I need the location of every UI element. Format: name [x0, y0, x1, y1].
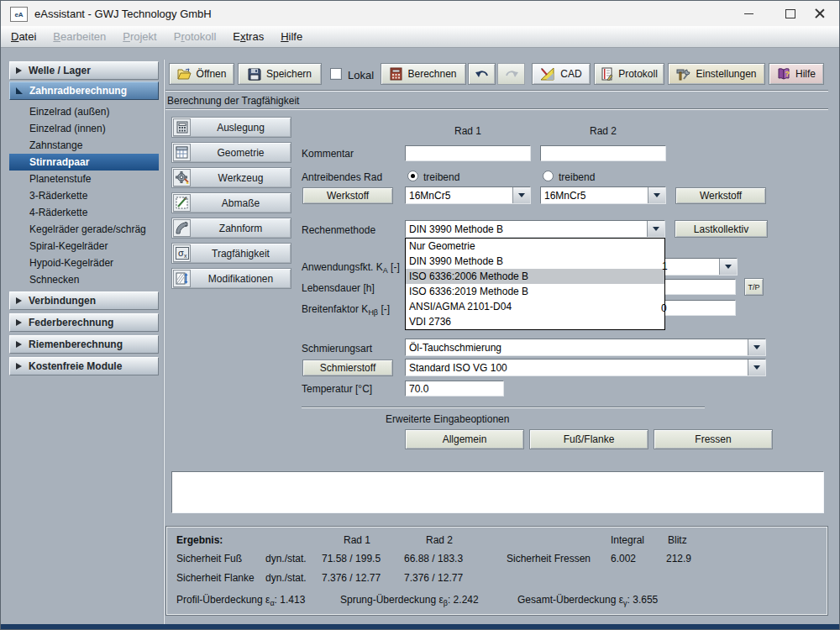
page-title: Berechnung der Tragfähigkeit — [167, 95, 299, 107]
tolerances-icon — [173, 194, 191, 212]
app-icon: eA — [10, 7, 28, 22]
calculate-button[interactable]: Berechnen — [381, 63, 466, 85]
werkstoff-rad1-button[interactable]: Werkstoff — [302, 187, 393, 204]
sidebar-section-zahnradberechnung[interactable]: Zahnradberechnung — [9, 81, 159, 100]
sidebar-item-spiral-kegelraeder[interactable]: Spiral-Kegelräder — [9, 238, 159, 255]
chevron-down-icon — [647, 221, 664, 237]
sidebar-section-riemenberechnung[interactable]: Riemenberechnung — [9, 335, 159, 354]
collapsed-arrow-icon — [16, 341, 22, 348]
allgemein-button[interactable]: Allgemein — [405, 429, 524, 449]
werkzeug-button[interactable]: Werkzeug — [171, 167, 291, 188]
schmierstoff-button[interactable]: Schmierstoff — [302, 360, 393, 376]
breitenfaktor-label: Breitenfaktor KHβ [-] — [302, 303, 390, 317]
sidebar-section-kostenfreie-module[interactable]: Kostenfreie Module — [9, 357, 159, 375]
dropdown-option-highlighted[interactable]: ISO 6336:2006 Methode B — [406, 269, 664, 284]
minimize-icon — [744, 13, 753, 14]
protocol-button[interactable]: Protokoll — [594, 63, 664, 85]
sicherheit-flanke-label: Sicherheit Flanke — [176, 572, 255, 584]
kommentar-label: Kommentar — [302, 148, 354, 160]
schmierstoff-combobox[interactable]: Standard ISO VG 100 — [405, 359, 766, 376]
sidebar-section-verbindungen[interactable]: Verbindungen — [9, 291, 159, 310]
tp-button[interactable]: T/P — [744, 278, 764, 296]
material-rad1-combobox[interactable]: 16MnCr5 — [405, 186, 531, 204]
dropdown-option[interactable]: ANSI/AGMA 2101-D04 — [406, 299, 664, 314]
sprung-ueberdeckung: Sprung-Überdeckung εβ: 2.242 — [340, 594, 479, 607]
fuss-flanke-button[interactable]: Fuß/Flanke — [529, 429, 648, 449]
chevron-down-icon — [648, 187, 665, 203]
sidebar-item-schnecken[interactable]: Schnecken — [9, 271, 159, 288]
schmierungsart-combobox[interactable]: Öl-Tauchschmierung — [405, 339, 766, 356]
anwendungsfaktor-visible-value: 1 — [662, 260, 668, 272]
sidebar-item-4-raederkette[interactable]: 4-Räderkette — [9, 204, 159, 221]
zahnform-button[interactable]: Zahnform — [171, 218, 291, 239]
tools-icon — [676, 67, 690, 81]
geometry-grid-icon — [173, 144, 191, 161]
fuss-rad1-value: 71.58 / 199.5 — [322, 553, 381, 564]
save-button[interactable]: Speichern — [238, 63, 322, 85]
dropdown-option[interactable]: Nur Geometrie — [406, 239, 664, 254]
geometrie-button[interactable]: Geometrie — [171, 142, 291, 163]
treibend-rad1-radio[interactable] — [407, 171, 418, 181]
dropdown-option[interactable]: VDI 2736 — [406, 314, 664, 329]
report-icon — [601, 67, 613, 81]
sidebar-item-einzelrad-innen[interactable]: Einzelrad (innen) — [9, 120, 159, 137]
fressen-button[interactable]: Fressen — [654, 429, 773, 449]
floppy-disk-icon — [248, 68, 261, 81]
material-rad2-combobox[interactable]: 16MnCr5 — [540, 186, 666, 204]
cad-button[interactable]: CAD — [532, 63, 591, 85]
menu-extras[interactable]: Extras — [224, 30, 272, 43]
kommentar-rad2-input[interactable] — [540, 145, 666, 161]
werkstoff-rad2-button[interactable]: Werkstoff — [675, 187, 766, 204]
rad1-column-header: Rad 1 — [405, 125, 531, 137]
sidebar-item-3-raederkette[interactable]: 3-Räderkette — [9, 187, 159, 204]
chevron-down-icon — [748, 360, 765, 375]
close-button[interactable] — [801, 1, 838, 26]
rechenmethode-combobox[interactable]: DIN 3990 Methode B — [405, 220, 665, 238]
sidebar-item-hypoid-kegelraeder[interactable]: Hypoid-Kegelräder — [9, 255, 159, 271]
abmasse-button[interactable]: Abmaße — [171, 192, 291, 213]
fuss-rad2-value: 66.88 / 183.3 — [404, 553, 463, 564]
sidebar-item-kegelraeder[interactable]: Kegelräder gerade/schräg — [9, 221, 159, 238]
menu-projekt[interactable]: Projekt — [114, 30, 165, 43]
menu-bearbeiten[interactable]: Bearbeiten — [45, 30, 114, 43]
results-title: Ergebnis: — [176, 534, 223, 546]
dropdown-option[interactable]: ISO 6336:2019 Methode B — [406, 284, 664, 299]
minimize-button[interactable] — [730, 1, 767, 26]
menu-protokoll[interactable]: Protokoll — [165, 30, 225, 43]
sidebar-item-planetenstufe[interactable]: Planetenstufe — [9, 171, 159, 187]
results-panel: Ergebnis: Rad 1 Rad 2 Integral Blitz Sic… — [165, 526, 828, 616]
redo-button[interactable] — [497, 63, 525, 85]
treibend-rad2-radio[interactable] — [543, 171, 554, 181]
sidebar-item-zahnstange[interactable]: Zahnstange — [9, 137, 159, 154]
sidebar-section-welle-lager[interactable]: Welle / Lager — [9, 61, 159, 80]
kommentar-rad1-input[interactable] — [405, 145, 531, 161]
open-button[interactable]: Öffnen — [169, 63, 234, 85]
svg-text:x: x — [184, 253, 187, 259]
local-checkbox[interactable] — [330, 68, 342, 80]
lastkollektiv-button[interactable]: Lastkollektiv — [675, 220, 768, 238]
temperatur-input[interactable] — [405, 381, 504, 396]
gesamt-ueberdeckung: Gesamt-Überdeckung εγ: 3.655 — [517, 594, 658, 607]
anwendungsfaktor-label: Anwendungsfkt. KA [-] — [302, 261, 400, 275]
collapsed-arrow-icon — [16, 67, 22, 74]
fressen-integral-value: 6.002 — [611, 553, 636, 564]
window-bottom-edge — [1, 624, 839, 629]
modifikationen-button[interactable]: Modifikationen — [171, 268, 291, 289]
sidebar-item-stirnradpaar[interactable]: Stirnradpaar — [9, 154, 159, 171]
tragfaehigkeit-button[interactable]: σx Tragfähigkeit — [171, 243, 291, 264]
auslegung-button[interactable]: Auslegung — [171, 117, 291, 138]
separator — [302, 407, 705, 408]
undo-button[interactable] — [468, 63, 496, 85]
profil-ueberdeckung: Profil-Überdeckung εα: 1.413 — [176, 594, 305, 607]
close-icon — [815, 8, 825, 18]
sidebar-section-federberechnung[interactable]: Federberechnung — [9, 313, 159, 332]
sidebar-item-einzelrad-aussen[interactable]: Einzelrad (außen) — [9, 103, 159, 120]
treibend-rad2-label: treibend — [559, 171, 595, 183]
dropdown-option[interactable]: DIN 3990 Methode B — [406, 254, 664, 269]
settings-button[interactable]: Einstellungen — [668, 63, 765, 85]
help-book-icon: ? — [777, 67, 790, 81]
menu-datei[interactable]: Datei — [3, 30, 45, 43]
undo-icon — [475, 69, 490, 80]
menu-hilfe[interactable]: Hilfe — [272, 30, 311, 43]
help-button[interactable]: ? Hilfe — [769, 63, 824, 85]
